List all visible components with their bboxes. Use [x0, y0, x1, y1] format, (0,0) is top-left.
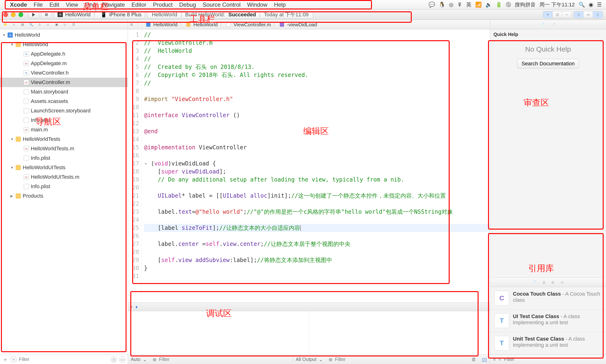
tree-item[interactable]: mmain.m — [0, 125, 128, 134]
tree-item[interactable]: mHelloWorldUITests.m — [0, 172, 128, 182]
menu-xcode[interactable]: Xcode — [10, 1, 27, 8]
console-pane[interactable] — [309, 311, 490, 354]
variables-scope[interactable]: Auto⌄ — [128, 357, 150, 362]
symbol-navigator-icon[interactable]: ▤ — [19, 21, 26, 28]
run-button[interactable] — [28, 11, 39, 18]
zoom-button[interactable] — [18, 12, 23, 17]
tree-item[interactable]: Assets.xcassets — [0, 97, 128, 106]
menu-debug[interactable]: Debug — [179, 1, 196, 8]
file-template-library-icon[interactable]: 📄 — [533, 280, 536, 284]
library-filter-input[interactable] — [504, 357, 603, 362]
media-library-icon[interactable]: ▭ — [561, 280, 564, 284]
menu-editor[interactable]: Editor — [132, 1, 146, 8]
crumb[interactable]: HelloWorld — [153, 22, 177, 27]
disclosure-icon[interactable]: ▼ — [10, 137, 14, 141]
source-control-navigator-icon[interactable]: ⎌ — [10, 21, 17, 28]
navigator-tabs[interactable]: 📁 ⎌ ▤ 🔍 ⚠ ◇ ▣ ▷ ☰ — [0, 20, 128, 29]
panel-toggles[interactable]: ▯ ▭ ▯ — [574, 11, 603, 18]
tree-item[interactable]: ▼HelloWorld — [0, 40, 128, 49]
assistant-editor-icon[interactable]: ◫ — [553, 11, 562, 18]
issue-navigator-icon[interactable]: ⚠ — [36, 21, 43, 28]
console-filter-input[interactable] — [335, 357, 466, 362]
minimize-button[interactable] — [11, 12, 16, 17]
quick-help-inspector-icon[interactable]: ❔ — [552, 23, 555, 26]
crumb[interactable]: ViewController.m — [234, 22, 271, 27]
variables-pane[interactable] — [128, 311, 309, 354]
app-icon[interactable]: ◎ — [449, 2, 453, 8]
search-documentation-button[interactable]: Search Documentation — [517, 59, 579, 68]
menu-help[interactable]: Help — [274, 1, 286, 8]
tree-item[interactable]: LaunchScreen.storyboard — [0, 106, 128, 116]
jump-bar[interactable]: ⊞ 〈 〉 HelloWorld〉HelloWorld〉ViewControll… — [128, 20, 490, 29]
toggle-inspector-icon[interactable]: ▯ — [593, 11, 603, 18]
menu-edit[interactable]: Edit — [50, 1, 59, 8]
tree-item[interactable]: mAppDelegate.m — [0, 59, 128, 68]
ime-name[interactable]: 搜狗拼音 — [515, 1, 536, 8]
disclosure-icon[interactable]: ▼ — [10, 166, 14, 169]
find-navigator-icon[interactable]: 🔍 — [27, 21, 35, 28]
disclosure-icon[interactable]: ▶ — [10, 194, 14, 198]
qq-icon[interactable]: 🐧 — [439, 2, 445, 8]
menu-navigate[interactable]: Navigate — [102, 1, 125, 8]
scheme-selector[interactable]: 🅰 HelloWorld 〉 📱 iPhone 8 Plus — [54, 11, 145, 18]
add-button[interactable]: ＋ — [2, 356, 8, 363]
menu-file[interactable]: File — [34, 1, 43, 8]
file-inspector-icon[interactable]: 📄 — [541, 23, 545, 26]
tree-item[interactable]: ▼HelloWorldUITests — [0, 163, 128, 172]
menu-product[interactable]: Product — [153, 1, 173, 8]
menu-view[interactable]: View — [66, 1, 78, 8]
tree-item[interactable]: hAppDelegate.h — [0, 49, 128, 59]
code-editor[interactable]: 1234567891011121314151617181920212223242… — [128, 29, 490, 302]
console-output-scope[interactable]: All Output⌄ — [293, 357, 326, 362]
version-editor-icon[interactable]: ↔ — [562, 11, 572, 18]
tree-item[interactable]: Info.plist — [0, 153, 128, 163]
library-tabs[interactable]: 📄 {} ◎ ▭ — [490, 278, 606, 287]
tree-item[interactable]: Main.storyboard — [0, 87, 128, 97]
inspector-tabs[interactable]: 📄 ❔ — [490, 20, 606, 29]
tree-item[interactable]: mHelloWorldTests.m — [0, 144, 128, 153]
split-toggle-icon[interactable]: ▯▯ — [482, 357, 487, 362]
stop-button[interactable] — [41, 11, 52, 18]
battery-icon[interactable]: 🔋 — [496, 2, 502, 8]
breakpoint-navigator-icon[interactable]: ▷ — [62, 21, 69, 28]
crumb[interactable]: HelloWorld — [193, 22, 217, 27]
tree-item[interactable]: ▶Products — [0, 191, 128, 201]
toggle-debug-icon[interactable]: ▭ — [583, 11, 593, 18]
code-body[interactable]: //// ViewController.m// HelloWorld//// C… — [142, 29, 490, 302]
object-library-icon[interactable]: ◎ — [552, 280, 554, 284]
siri-icon[interactable]: ◉ — [589, 2, 593, 8]
volume-icon[interactable]: 🔈 — [485, 2, 492, 8]
standard-editor-icon[interactable]: ≡ — [543, 11, 553, 18]
tree-item[interactable]: ▼HelloWorldTests — [0, 134, 128, 144]
library-item[interactable]: TUnit Test Case Class - A class implemen… — [490, 332, 606, 354]
project-tree[interactable]: ▼AHelloWorld▼HelloWorldhAppDelegate.hmAp… — [0, 29, 128, 354]
disclosure-icon[interactable]: ▼ — [10, 43, 14, 46]
clock[interactable]: 周一 下午11:12 — [539, 1, 575, 8]
breakpoint-toggle-icon[interactable]: ◗ — [136, 305, 137, 309]
project-navigator-icon[interactable]: 📁 — [2, 21, 9, 28]
library-item[interactable]: CCocoa Touch Class - A Cocoa Touch class — [490, 287, 606, 310]
test-navigator-icon[interactable]: ◇ — [44, 21, 52, 28]
ime-brand-icon[interactable]: Ⓢ — [506, 1, 511, 8]
spotlight-icon[interactable]: 🔍 — [579, 2, 585, 8]
hide-debug-icon[interactable]: ▾ — [131, 305, 133, 309]
trash-icon[interactable]: 🗑 — [471, 357, 476, 362]
wifi-icon[interactable]: 📶 — [475, 2, 482, 8]
back-button[interactable]: 〈 — [135, 23, 138, 27]
grid-view-icon[interactable]: ⊞ — [493, 358, 496, 361]
debug-navigator-icon[interactable]: ▣ — [53, 21, 60, 28]
library-item[interactable]: TUI Test Case Class - A class implementi… — [490, 310, 606, 332]
editor-mode-segmented[interactable]: ≡ ◫ ↔ — [543, 11, 572, 18]
recent-filter-icon[interactable]: ◷ — [111, 356, 117, 363]
ime-lang-icon[interactable]: 英 — [466, 1, 471, 8]
tree-item[interactable]: Info.plist — [0, 116, 128, 125]
close-button[interactable] — [3, 12, 8, 17]
code-snippet-library-icon[interactable]: {} — [543, 280, 545, 284]
tree-item[interactable]: Info.plist — [0, 182, 128, 191]
tree-item[interactable]: mViewController.m — [0, 78, 128, 87]
scm-filter-icon[interactable]: ▭ — [119, 356, 125, 363]
variables-filter-input[interactable] — [159, 357, 290, 362]
related-items-icon[interactable]: ⊞ — [130, 23, 133, 26]
menu-source-control[interactable]: Source Control — [202, 1, 241, 8]
crumb[interactable]: -viewDidLoad — [287, 22, 317, 27]
